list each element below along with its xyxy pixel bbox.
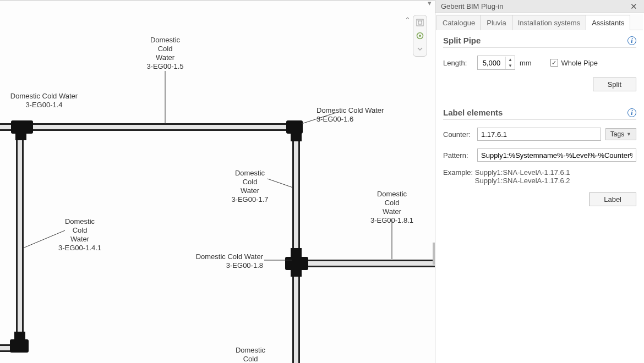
scroll-up-icon[interactable]: ⌃ (405, 16, 411, 24)
tab-bar: Catalogue Pluvia Installation systems As… (436, 14, 643, 30)
svg-text:Water: Water (383, 207, 402, 216)
tab-assistants[interactable]: Assistants (586, 15, 630, 30)
pipe-label: Domestic Cold Water 3-EG00-1.5 (146, 36, 183, 70)
example-line: Supply1:SNA-LevelA-1.17.6.1 (475, 168, 570, 177)
svg-text:Domestic Cold Water: Domestic Cold Water (316, 106, 384, 114)
info-icon[interactable]: i (627, 108, 636, 117)
svg-rect-25 (291, 248, 302, 258)
nav-cube-icon[interactable] (415, 18, 425, 28)
svg-text:Domestic: Domestic (150, 36, 181, 44)
close-icon[interactable]: ✕ (627, 1, 641, 12)
counter-label: Counter: (443, 130, 473, 139)
split-pipe-heading: Split Pipe (443, 36, 481, 45)
svg-text:Cold: Cold (385, 199, 400, 207)
split-button[interactable]: Split (593, 78, 636, 91)
pipe-label: Domestic Cold Water 3-EG00-1.4.1 (58, 217, 101, 252)
drawing-viewport[interactable]: ▾ ⌃ (0, 0, 435, 363)
svg-text:3-EG00-1.5: 3-EG00-1.5 (146, 62, 183, 70)
tab-catalogue[interactable]: Catalogue (436, 15, 481, 30)
svg-rect-20 (15, 131, 26, 140)
length-stepper[interactable]: ▲ ▼ (477, 56, 515, 70)
svg-point-5 (419, 35, 421, 37)
svg-text:Cold: Cold (158, 45, 173, 53)
info-icon[interactable]: i (627, 36, 636, 45)
svg-text:3-EG00-1.7: 3-EG00-1.7 (231, 195, 268, 204)
panel-title: Geberit BIM Plug-in (441, 2, 503, 10)
example-label: Example: (443, 168, 473, 177)
length-input[interactable] (478, 56, 505, 69)
pipe-label: Domestic Cold Water 3-EG00-1.6 (316, 106, 384, 123)
check-icon: ✓ (550, 59, 558, 67)
svg-text:Domestic: Domestic (235, 169, 265, 177)
svg-rect-22 (291, 131, 302, 141)
chevron-down-icon: ▼ (626, 131, 631, 137)
svg-text:Domestic: Domestic (65, 217, 95, 226)
stepper-down-icon[interactable]: ▼ (506, 63, 515, 69)
panel-grip-icon: ▾ (0, 1, 435, 5)
svg-text:Domestic: Domestic (236, 346, 266, 354)
svg-text:Domestic Cold Water: Domestic Cold Water (10, 92, 78, 100)
expand-tools-icon[interactable] (415, 44, 425, 54)
pipe-label: Domestic Cold Water 3-EG00-1.8.1 (370, 190, 413, 224)
svg-text:Water: Water (241, 186, 260, 195)
pipe-label: Domestic Cold Water 3-EG00-1.7 (231, 169, 268, 204)
pattern-input[interactable] (477, 148, 636, 162)
pipe-label: Domestic Cold Water 3-EG00-1.4 (10, 92, 78, 109)
svg-text:Cold: Cold (73, 226, 88, 234)
pipe-label: Domestic Cold (236, 346, 266, 363)
pipe-diagram: Domestic Cold Water 3-EG00-1.4 Domestic … (0, 1, 435, 363)
svg-text:3-EG00-1.4.1: 3-EG00-1.4.1 (58, 244, 101, 252)
view-tools (413, 15, 427, 57)
panel-resize-handle[interactable] (433, 243, 435, 265)
svg-rect-27 (14, 332, 25, 342)
svg-line-30 (268, 179, 293, 188)
tab-installation-systems[interactable]: Installation systems (512, 15, 586, 30)
length-label: Length: (443, 59, 473, 67)
whole-pipe-label: Whole Pipe (561, 59, 598, 67)
whole-pipe-checkbox[interactable]: ✓ Whole Pipe (550, 59, 598, 67)
orbit-icon[interactable] (415, 31, 425, 41)
svg-text:3-EG00-1.6: 3-EG00-1.6 (316, 115, 353, 123)
svg-text:Water: Water (70, 235, 90, 243)
counter-input[interactable] (477, 128, 601, 141)
svg-text:Cold: Cold (243, 355, 258, 363)
tab-pluvia[interactable]: Pluvia (481, 15, 512, 30)
plugin-panel: Geberit BIM Plug-in ✕ Catalogue Pluvia I… (435, 0, 644, 363)
svg-text:Domestic: Domestic (377, 190, 407, 198)
svg-rect-24 (291, 268, 302, 277)
length-unit: mm (520, 59, 532, 67)
label-button[interactable]: Label (589, 193, 636, 206)
pattern-label: Pattern: (443, 151, 473, 160)
svg-text:3-EG00-1.8: 3-EG00-1.8 (226, 261, 263, 270)
tags-dropdown-button[interactable]: Tags ▼ (605, 128, 636, 140)
svg-text:Water: Water (156, 53, 175, 62)
example-line: Supply1:SNA-LevelA-1.17.6.2 (475, 177, 570, 185)
label-elements-heading: Label elements (443, 108, 503, 117)
svg-text:3-EG00-1.4: 3-EG00-1.4 (25, 101, 62, 109)
svg-text:3-EG00-1.8.1: 3-EG00-1.8.1 (370, 216, 413, 224)
pipe-label: Domestic Cold Water 3-EG00-1.8 (196, 252, 264, 270)
svg-text:Domestic Cold Water: Domestic Cold Water (196, 252, 264, 261)
svg-text:Cold: Cold (243, 178, 258, 186)
stepper-up-icon[interactable]: ▲ (506, 57, 515, 63)
